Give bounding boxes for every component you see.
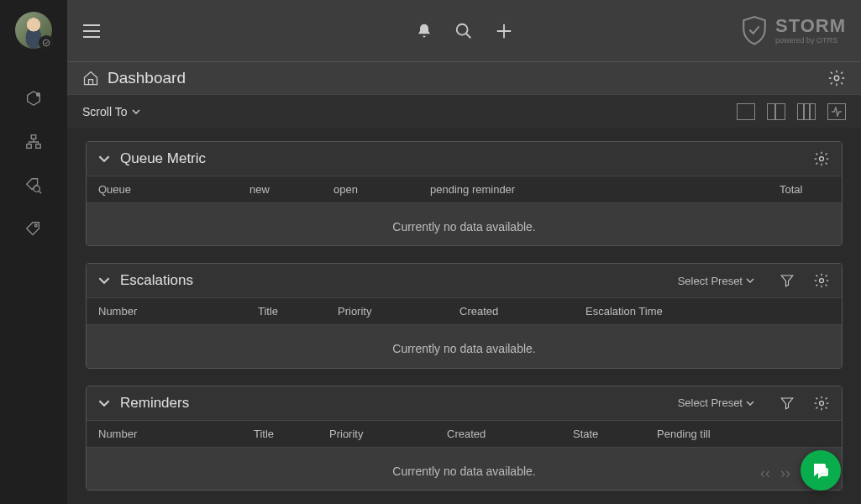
svg-point-11 [820, 401, 824, 405]
svg-rect-4 [36, 144, 41, 149]
status-badge [39, 35, 54, 50]
search-icon[interactable] [454, 22, 473, 40]
nav-tag-icon[interactable] [24, 220, 43, 239]
gear-icon[interactable] [813, 150, 830, 167]
col-header: pending reminder [430, 183, 780, 196]
bell-icon[interactable] [416, 22, 433, 40]
chat-fab[interactable] [801, 450, 841, 491]
topbar: STORM powered by OTRS [67, 0, 861, 62]
preset-label: Select Preset [678, 396, 743, 409]
chevron-down-icon[interactable] [98, 397, 110, 409]
panel-columns: Number Title Priority Created Escalation… [87, 297, 842, 325]
chevron-down-icon [746, 278, 754, 283]
col-header: Pending till [657, 428, 830, 440]
col-header: new [249, 183, 333, 196]
panel-columns: Queue new open pending reminder Total [87, 176, 842, 203]
col-header: Priority [329, 428, 447, 440]
col-header: Number [98, 428, 254, 440]
filter-icon[interactable] [780, 396, 795, 411]
brand: STORM powered by OTRS [740, 14, 846, 48]
panel-columns: Number Title Priority Created State Pend… [87, 420, 842, 448]
panel-empty-text: Currently no data available. [87, 325, 842, 368]
panel-empty-text: Currently no data available. [87, 203, 842, 246]
brand-name: STORM [775, 17, 846, 35]
col-header: Number [98, 305, 258, 318]
chevron-down-icon [132, 109, 140, 114]
col-header: Created [459, 305, 585, 318]
layout-1-button[interactable] [737, 103, 755, 120]
svg-point-6 [34, 224, 37, 227]
svg-rect-3 [27, 144, 32, 149]
tools-row: Scroll To [67, 94, 861, 128]
svg-point-8 [834, 76, 839, 81]
chevron-down-icon[interactable] [98, 153, 110, 165]
svg-rect-2 [31, 135, 36, 139]
svg-point-10 [820, 279, 824, 283]
col-header: open [333, 183, 430, 196]
layout-2-button[interactable] [767, 103, 785, 120]
pager-prev[interactable]: ‹‹ [760, 465, 770, 482]
col-header: Escalation Time [585, 305, 830, 318]
select-preset-dropdown[interactable]: Select Preset [678, 396, 754, 409]
gear-icon[interactable] [813, 272, 830, 289]
panel-header: Queue Metric [87, 142, 842, 176]
panel-title: Queue Metric [120, 150, 206, 167]
panel-queue-metric: Queue Metric Queue new open pending remi… [86, 141, 843, 246]
svg-point-0 [43, 39, 50, 46]
home-icon [82, 70, 99, 87]
chevron-down-icon [746, 401, 754, 406]
panel-reminders: Reminders Select Preset Number Title Pri… [86, 386, 843, 491]
filter-icon[interactable] [780, 273, 795, 288]
pager-next[interactable]: ›› [780, 465, 790, 482]
main-area: STORM powered by OTRS Dashboard Scroll T… [67, 0, 861, 504]
layout-activity-button[interactable] [827, 103, 846, 120]
col-header: State [573, 428, 657, 440]
panel-empty-text: Currently no data available. [87, 448, 842, 491]
svg-point-7 [456, 24, 467, 34]
col-header: Created [447, 428, 573, 440]
col-header: Title [254, 428, 329, 440]
content: Queue Metric Queue new open pending remi… [67, 128, 861, 504]
chat-icon [811, 460, 831, 480]
nav-org-icon[interactable] [24, 133, 43, 151]
scroll-to-dropdown[interactable]: Scroll To [82, 105, 140, 118]
gear-icon[interactable] [827, 69, 846, 87]
gear-icon[interactable] [813, 395, 830, 412]
shield-icon [740, 14, 769, 48]
svg-point-9 [820, 157, 824, 161]
brand-tagline: powered by OTRS [775, 37, 846, 45]
left-rail [0, 0, 67, 504]
pager: ‹‹ ›› [760, 465, 790, 482]
scroll-to-label: Scroll To [82, 105, 127, 118]
chevron-down-icon[interactable] [98, 275, 110, 286]
menu-button[interactable] [82, 24, 101, 39]
preset-label: Select Preset [678, 275, 743, 287]
plus-icon[interactable] [495, 22, 513, 40]
col-header: Total [780, 183, 830, 196]
panel-header: Reminders Select Preset [87, 386, 842, 420]
panel-title: Escalations [120, 272, 193, 289]
layout-3-button[interactable] [797, 103, 816, 120]
panel-escalations: Escalations Select Preset Number Title P… [86, 263, 843, 368]
nav-ticket-icon[interactable] [24, 89, 43, 108]
page-title-row: Dashboard [67, 62, 861, 94]
col-header: Title [258, 305, 338, 318]
col-header: Queue [98, 183, 249, 196]
avatar[interactable] [15, 12, 52, 49]
panel-header: Escalations Select Preset [87, 264, 842, 297]
select-preset-dropdown[interactable]: Select Preset [678, 275, 754, 287]
page-title: Dashboard [108, 69, 186, 87]
svg-point-1 [37, 93, 40, 97]
panel-title: Reminders [120, 395, 189, 412]
svg-point-5 [34, 186, 39, 192]
nav-search-tag-icon[interactable] [24, 176, 43, 195]
col-header: Priority [338, 305, 459, 318]
